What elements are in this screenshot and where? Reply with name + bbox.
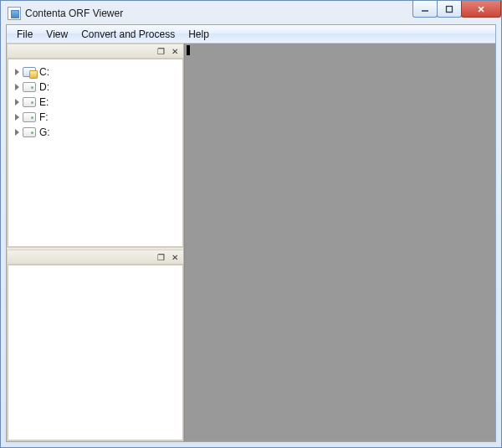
expand-icon[interactable] bbox=[15, 129, 19, 136]
drive-tree[interactable]: C:D:E:F:G: bbox=[8, 59, 182, 145]
drive-label: C: bbox=[39, 66, 49, 78]
tree-row[interactable]: F: bbox=[12, 110, 179, 125]
expand-icon[interactable] bbox=[15, 84, 19, 90]
client-area: File View Convert and Process Help ❐ ✕ C… bbox=[6, 24, 496, 442]
main-body: ❐ ✕ C:D:E:F:G: ❐ ✕ bbox=[7, 44, 495, 441]
folder-tree-body: C:D:E:F:G: bbox=[8, 59, 183, 247]
minimize-button[interactable] bbox=[412, 1, 438, 18]
hdd-drive-icon bbox=[23, 112, 36, 122]
menu-convert-and-process[interactable]: Convert and Process bbox=[74, 27, 182, 42]
folder-tree-panel-header[interactable]: ❐ ✕ bbox=[8, 44, 183, 59]
menu-view[interactable]: View bbox=[39, 27, 74, 42]
app-window: Contenta ORF Viewer File View Convert an… bbox=[0, 0, 502, 448]
app-icon bbox=[8, 7, 21, 20]
svg-rect-1 bbox=[447, 6, 453, 12]
close-icon[interactable]: ✕ bbox=[169, 252, 181, 263]
folder-tree-panel: ❐ ✕ C:D:E:F:G: bbox=[7, 44, 183, 248]
menu-help[interactable]: Help bbox=[182, 27, 216, 42]
expand-icon[interactable] bbox=[15, 99, 19, 106]
window-title: Contenta ORF Viewer bbox=[25, 8, 123, 19]
expand-icon[interactable] bbox=[15, 69, 19, 75]
drive-label: F: bbox=[39, 111, 49, 123]
tree-row[interactable]: E: bbox=[12, 95, 179, 110]
preview-panel: ❐ ✕ bbox=[7, 250, 183, 441]
drive-label: E: bbox=[39, 96, 49, 108]
maximize-button[interactable] bbox=[437, 1, 462, 18]
preview-body bbox=[8, 265, 183, 440]
expand-icon[interactable] bbox=[15, 114, 19, 121]
hdd-drive-icon bbox=[23, 127, 36, 137]
tree-row[interactable]: D: bbox=[12, 80, 179, 95]
window-controls bbox=[413, 1, 501, 18]
close-button[interactable] bbox=[461, 1, 501, 18]
system-drive-icon bbox=[23, 67, 36, 77]
menu-bar: File View Convert and Process Help bbox=[7, 25, 495, 44]
preview-panel-header[interactable]: ❐ ✕ bbox=[8, 250, 183, 265]
tree-row[interactable]: G: bbox=[12, 125, 179, 140]
hdd-drive-icon bbox=[23, 97, 36, 107]
menu-file[interactable]: File bbox=[10, 27, 39, 42]
cursor-caret bbox=[187, 45, 190, 55]
close-icon[interactable]: ✕ bbox=[169, 46, 181, 57]
tree-row[interactable]: C: bbox=[12, 64, 179, 80]
image-viewer[interactable] bbox=[184, 44, 495, 441]
hdd-drive-icon bbox=[23, 82, 36, 92]
drive-label: D: bbox=[39, 81, 49, 93]
float-icon[interactable]: ❐ bbox=[155, 252, 166, 263]
float-icon[interactable]: ❐ bbox=[155, 46, 166, 57]
left-column: ❐ ✕ C:D:E:F:G: ❐ ✕ bbox=[7, 44, 184, 441]
drive-label: G: bbox=[39, 126, 50, 138]
